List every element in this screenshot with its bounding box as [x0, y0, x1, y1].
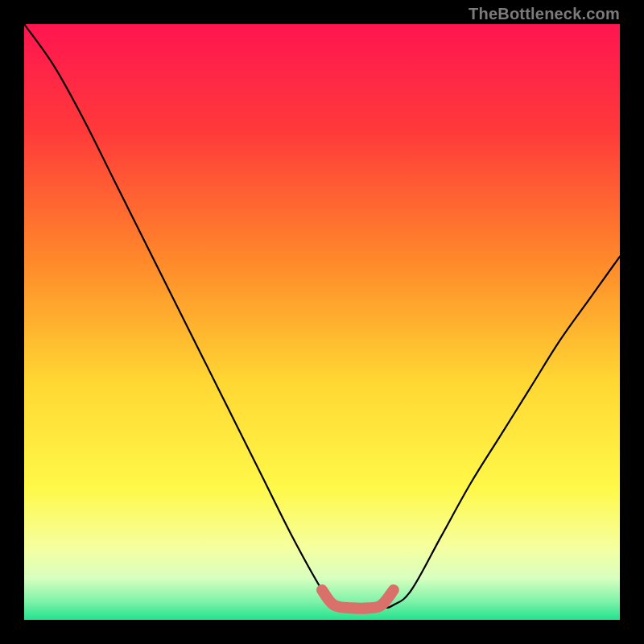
- attribution-text: TheBottleneck.com: [469, 5, 620, 23]
- bottleneck-chart: [24, 24, 620, 620]
- gradient-background: [24, 24, 620, 620]
- chart-frame: TheBottleneck.com: [0, 0, 644, 644]
- plot-area: [24, 24, 620, 620]
